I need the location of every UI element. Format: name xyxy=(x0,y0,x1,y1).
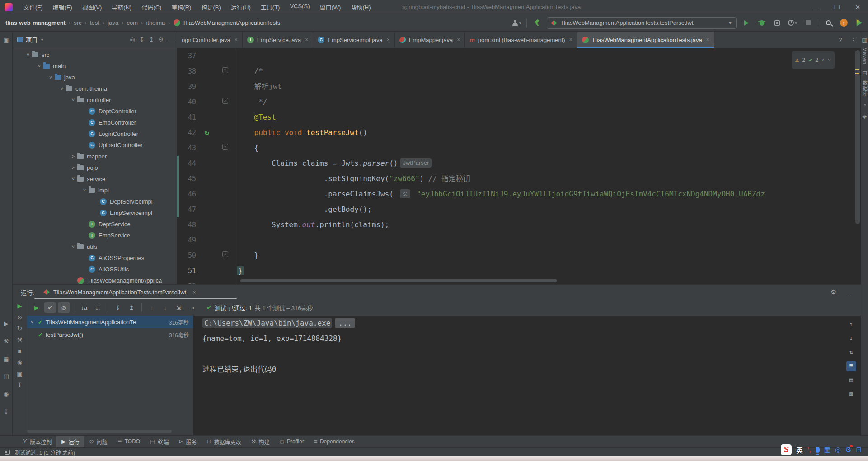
square-icon[interactable]: ■ xyxy=(18,348,22,354)
close-icon[interactable]: × xyxy=(305,37,308,43)
database-toolwindow-icon[interactable]: ⊟ xyxy=(862,70,867,76)
grid-toolwindow-icon[interactable]: ▦ xyxy=(3,356,9,362)
gradle-toolwindow-icon[interactable]: ◈ xyxy=(863,113,867,119)
microphone-icon[interactable] xyxy=(816,447,820,453)
maven-toolwindow-icon[interactable]: ▥ xyxy=(862,37,867,43)
chevron-icon[interactable]: ˅ xyxy=(58,86,66,91)
editor-tab[interactable]: TliasWebManagmentApplicationTests.java× xyxy=(577,32,714,48)
toolwindow-toggle-icon[interactable] xyxy=(5,450,10,455)
database-toolwindow-label[interactable]: 数据库 xyxy=(861,80,868,97)
search-everywhere-icon[interactable] xyxy=(823,18,834,28)
test-tree-row[interactable]: ✔testParseJwt()316毫秒 xyxy=(27,328,193,341)
locate-icon[interactable]: ◎ xyxy=(130,36,135,43)
expand-all-icon[interactable]: ↧ xyxy=(140,36,145,43)
user-icon[interactable]: ▾ xyxy=(511,18,522,28)
close-icon[interactable]: × xyxy=(706,37,709,43)
tree-item-pojo[interactable]: ˃pojo xyxy=(13,162,177,173)
stop-button[interactable] xyxy=(802,18,813,28)
close-icon[interactable]: × xyxy=(192,289,196,296)
tree-item-aliossproperties[interactable]: CAliOSSProperties xyxy=(13,252,177,264)
menu-item[interactable]: 编辑(E) xyxy=(48,1,77,13)
toolwindow-button-services[interactable]: ⊳服务 xyxy=(174,436,202,447)
pin-icon[interactable]: ◉ xyxy=(17,359,22,365)
chevron-icon[interactable]: ˃ xyxy=(69,165,77,170)
minimize-button[interactable]: — xyxy=(806,0,826,14)
ime-language-indicator[interactable]: 英 xyxy=(796,445,803,455)
menu-item[interactable]: VCS(S) xyxy=(285,1,314,13)
tree-item-uploadcontroller[interactable]: CUploadController xyxy=(13,140,177,151)
debug-button[interactable] xyxy=(756,18,767,28)
tree-item-utils[interactable]: ˅utils xyxy=(13,241,177,252)
breadcrumb-item[interactable]: com xyxy=(127,19,138,26)
breadcrumb-item[interactable]: tlias-web-managment xyxy=(5,19,66,26)
warning-stripe-mark[interactable] xyxy=(855,69,859,70)
hidden-tabs-icon[interactable]: ˅ xyxy=(839,37,842,43)
collapse-all-button[interactable]: ↥ xyxy=(126,302,137,313)
close-icon[interactable]: × xyxy=(569,37,572,43)
chevron-icon[interactable]: ˅ xyxy=(69,97,77,102)
tree-item-empserviceimpl[interactable]: CEmpServiceimpl xyxy=(13,207,177,219)
tree-item-empcontroller[interactable]: CEmpController xyxy=(13,117,177,128)
warning-stripe-mark[interactable] xyxy=(855,73,859,74)
maximize-button[interactable]: ❐ xyxy=(826,0,847,14)
keyboard-icon[interactable]: ▦ xyxy=(824,446,830,454)
tree-item-empservice[interactable]: IEmpService xyxy=(13,230,177,241)
menu-item[interactable]: 工具(T) xyxy=(256,1,285,13)
chevron-icon[interactable]: ˅ xyxy=(35,63,43,69)
scroll-to-bottom-icon[interactable]: ↓ xyxy=(846,333,856,343)
chevron-icon[interactable]: ˅ xyxy=(29,319,35,325)
inspections-widget[interactable]: ⚠2 ✔2 ˄ ˅ xyxy=(792,51,835,69)
editor-vertical-scrollbar[interactable] xyxy=(855,50,860,224)
soft-wrap-icon[interactable]: ≣ xyxy=(846,361,856,371)
fold-marker[interactable]: ˅ xyxy=(222,144,228,150)
tree-item-deptservice[interactable]: IDeptService xyxy=(13,219,177,230)
tree-item-service[interactable]: ˅service xyxy=(13,173,177,185)
toolwindow-button-todo[interactable]: ≣TODO xyxy=(113,436,145,447)
next-failed-test-button[interactable]: ↓ xyxy=(160,302,171,313)
menu-item[interactable]: 代码(C) xyxy=(137,1,166,13)
hide-icon[interactable]: — xyxy=(168,36,174,43)
breadcrumb-item[interactable]: src xyxy=(74,19,81,26)
menu-item[interactable]: 窗口(W) xyxy=(315,1,346,13)
show-ignored-button[interactable]: ⊘ xyxy=(58,302,70,313)
tree-item-controller[interactable]: ˅controller xyxy=(13,94,177,106)
scroll-toolwindow-icon[interactable]: ↧ xyxy=(4,409,9,414)
tree-item-deptcontroller[interactable]: CDeptController xyxy=(13,106,177,117)
tree-item-mapper[interactable]: ˃mapper xyxy=(13,151,177,162)
project-toolwindow-icon[interactable]: ▣ xyxy=(3,37,9,43)
swap-orientation-icon[interactable]: ⇅ xyxy=(846,347,856,357)
close-icon[interactable]: × xyxy=(235,37,238,43)
chevron-icon[interactable]: ˅ xyxy=(80,187,89,193)
fold-marker[interactable]: ˅ xyxy=(222,67,228,73)
menu-item[interactable]: 导航(N) xyxy=(107,1,136,13)
editor-tab[interactable]: EmpMapper.java× xyxy=(395,32,465,48)
editor-tab[interactable]: CEmpServiceimpl.java× xyxy=(313,32,394,48)
menu-item[interactable]: 帮助(H) xyxy=(346,1,375,13)
expand-all-button[interactable]: ↧ xyxy=(112,302,124,313)
sort-by-duration-button[interactable]: ↓: xyxy=(92,302,103,313)
chevron-icon[interactable]: ˅ xyxy=(69,176,77,182)
toolwindow-button-play[interactable]: ▶运行 xyxy=(56,436,84,447)
settings-gear-icon[interactable]: ⚙ xyxy=(830,289,836,296)
ime-punctuation-icon[interactable]: ’, xyxy=(807,446,811,453)
toolwindow-button-terminal[interactable]: ▤终端 xyxy=(145,436,174,447)
print-icon[interactable]: ▤ xyxy=(846,375,856,385)
toolwindow-button-problems[interactable]: ⊙问题 xyxy=(84,436,113,447)
prev-problem-icon[interactable]: ˄ xyxy=(821,52,825,68)
sort-alphabetically-button[interactable]: ↓a xyxy=(78,302,90,313)
clear-all-icon[interactable]: ⊠ xyxy=(846,389,856,399)
tree-item-com.itheima[interactable]: ˅com.itheima xyxy=(13,83,177,94)
sogou-logo-icon[interactable]: S xyxy=(781,444,792,455)
tree-item-deptserviceimpl[interactable]: CDeptServiceimpl xyxy=(13,196,177,207)
menu-item[interactable]: 文件(F) xyxy=(19,1,47,13)
close-icon[interactable]: × xyxy=(387,37,390,43)
maven-toolwindow-label[interactable]: Maven xyxy=(862,47,868,65)
wrench-icon[interactable]: ⚒ xyxy=(17,337,23,343)
breadcrumb-item[interactable]: test xyxy=(90,19,99,26)
more-options-icon[interactable]: ⋮ xyxy=(850,37,856,43)
menu-item[interactable]: 视图(V) xyxy=(78,1,106,13)
notifications-icon[interactable]: ◔ xyxy=(863,102,867,108)
tree-item-src[interactable]: ˅src xyxy=(13,49,177,61)
folded-text[interactable]: ... xyxy=(335,318,355,328)
stop-circle-icon[interactable]: ⊘ xyxy=(17,314,22,320)
